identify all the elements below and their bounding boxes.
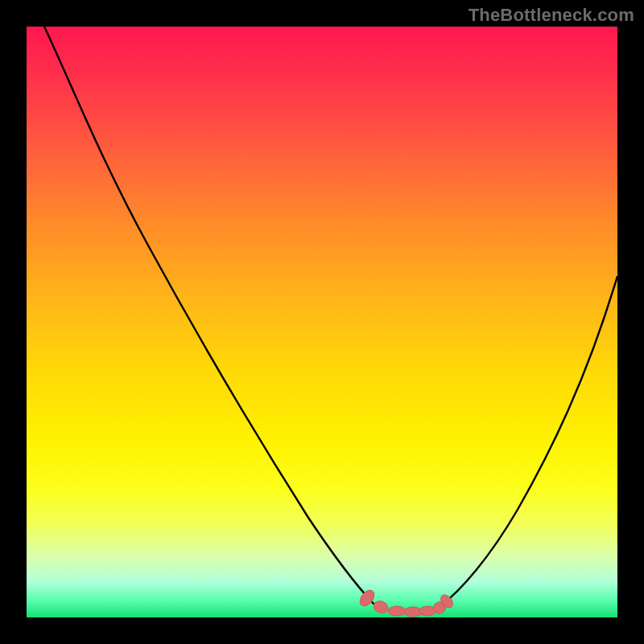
watermark-text: TheBottleneck.com bbox=[469, 5, 634, 26]
left-curve bbox=[44, 27, 374, 605]
svg-point-2 bbox=[388, 606, 406, 616]
chart-lines bbox=[27, 27, 617, 617]
right-curve bbox=[440, 276, 617, 606]
svg-point-1 bbox=[372, 600, 389, 615]
plot-area bbox=[27, 27, 617, 617]
chart-frame: TheBottleneck.com bbox=[0, 0, 644, 644]
